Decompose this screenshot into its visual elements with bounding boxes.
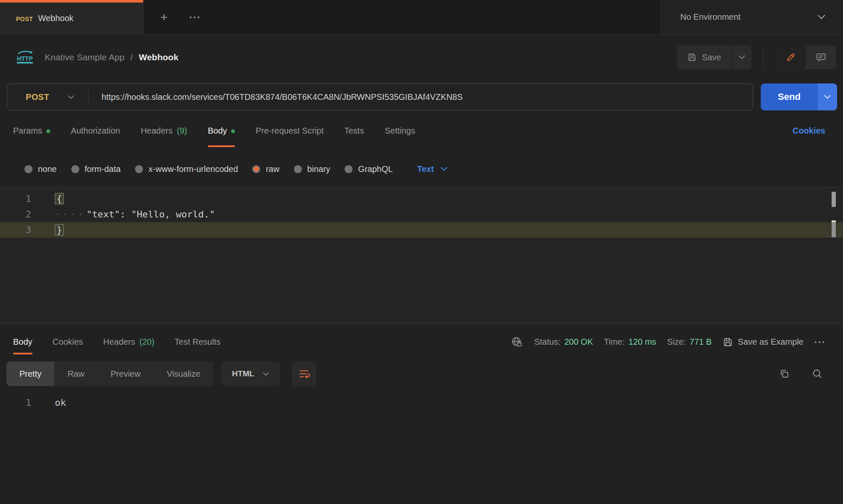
radio-icon — [294, 165, 302, 173]
matched-brace: } — [55, 224, 64, 236]
network-globe-lock-icon[interactable] — [511, 336, 523, 349]
send-button[interactable]: Send — [761, 83, 818, 110]
search-response-button[interactable] — [812, 368, 823, 379]
tab-headers[interactable]: Headers (9) — [141, 110, 187, 151]
view-preview[interactable]: Preview — [97, 362, 154, 386]
save-split-button: Save — [677, 46, 751, 69]
size-value: 771 B — [689, 337, 711, 347]
editor-line[interactable]: 1 { — [0, 191, 843, 206]
svg-text:HTTP: HTTP — [17, 55, 33, 62]
scrollbar-cursor-marker[interactable] — [832, 220, 836, 237]
comments-button[interactable] — [806, 46, 836, 69]
time-label: Time: — [604, 337, 625, 347]
tab-params[interactable]: Params — [13, 110, 50, 151]
response-body-line[interactable]: 1 ok — [0, 395, 843, 410]
pencil-icon — [785, 52, 796, 63]
new-tab-plus-icon[interactable]: + — [160, 11, 168, 24]
body-type-none[interactable]: none — [24, 164, 57, 174]
editor-line[interactable]: 2 ····"text": "Hello, world." — [0, 206, 843, 222]
view-raw[interactable]: Raw — [54, 362, 97, 386]
method-selector[interactable]: POST — [7, 84, 89, 110]
url-bar: POST https://hooks.slack.com/services/T0… — [7, 83, 753, 110]
tab-label: Settings — [385, 126, 415, 136]
body-type-binary[interactable]: binary — [294, 164, 330, 174]
save-button[interactable]: Save — [677, 46, 731, 69]
view-pretty[interactable]: Pretty — [6, 362, 54, 386]
request-tabs: Params Authorization Headers (9) Body Pr… — [0, 110, 843, 151]
language-label: Text — [417, 164, 434, 174]
response-tab-body[interactable]: Body — [13, 324, 32, 360]
request-body-editor[interactable]: 1 { 2 ····"text": "Hello, world." 3 } — [0, 187, 843, 323]
tab-tests[interactable]: Tests — [344, 110, 364, 151]
url-input[interactable]: https://hooks.slack.com/services/T06TD83… — [89, 92, 463, 102]
tab-body[interactable]: Body — [208, 110, 235, 151]
copy-icon — [779, 368, 790, 379]
scrollbar-marker[interactable] — [832, 192, 836, 207]
wrap-lines-button[interactable] — [292, 362, 316, 386]
request-header: HTTP Knative Sample App / Webhook Save — [0, 35, 843, 80]
response-toolbar: Pretty Raw Preview Visualize HTML — [0, 360, 843, 387]
body-indicator-dot — [231, 129, 235, 133]
view-visualize[interactable]: Visualize — [154, 362, 213, 386]
time-value: 120 ms — [628, 337, 656, 347]
tab-more-options-icon[interactable]: ••• — [190, 13, 202, 21]
tab-settings[interactable]: Settings — [385, 110, 415, 151]
environment-selector[interactable]: No Environment — [660, 0, 843, 34]
postman-window: POST Webhook + ••• No Environment HTTP K… — [0, 0, 843, 504]
response-format-selector[interactable]: HTML — [221, 362, 280, 386]
method-label: POST — [26, 92, 49, 102]
chevron-down-icon — [441, 167, 447, 171]
save-as-example-button[interactable]: Save as Example — [723, 337, 804, 347]
tab-label: Cookies — [53, 337, 83, 347]
line-number: 2 — [0, 209, 31, 220]
tab-strip-actions: + ••• — [143, 0, 660, 34]
body-type-form-data[interactable]: form-data — [71, 164, 121, 174]
size-label: Size: — [667, 337, 686, 347]
response-actions — [779, 368, 823, 379]
code-text: "text": "Hello, world." — [86, 209, 215, 220]
send-options-button[interactable] — [818, 83, 837, 110]
url-bar-row: POST https://hooks.slack.com/services/T0… — [7, 83, 837, 110]
body-type-x-www-form-urlencoded[interactable]: x-www-form-urlencoded — [135, 164, 238, 174]
breadcrumb-collection[interactable]: Knative Sample App — [45, 52, 124, 62]
response-more-options-icon[interactable]: ••• — [814, 338, 826, 346]
save-floppy-icon — [723, 337, 733, 347]
body-type-graphql[interactable]: GraphQL — [345, 164, 393, 174]
radio-label: GraphQL — [358, 164, 393, 174]
chevron-down-icon — [824, 95, 831, 99]
params-indicator-dot — [46, 129, 50, 133]
tab-label: Body — [13, 337, 32, 347]
response-tab-cookies[interactable]: Cookies — [53, 324, 83, 360]
breadcrumb-separator: / — [130, 52, 133, 62]
edit-mode-button[interactable] — [776, 46, 806, 69]
request-tab-webhook[interactable]: POST Webhook — [0, 0, 143, 34]
save-options-button[interactable] — [731, 46, 751, 69]
response-tab-headers[interactable]: Headers (20) — [103, 324, 154, 360]
tab-authorization[interactable]: Authorization — [71, 110, 120, 151]
response-headers-count: (20) — [139, 337, 154, 347]
editor-mode-toggle — [776, 46, 836, 69]
comment-icon — [816, 52, 827, 63]
tab-title: Webhook — [38, 13, 73, 23]
cookies-link[interactable]: Cookies — [792, 126, 825, 136]
tab-pre-request-script[interactable]: Pre-request Script — [256, 110, 323, 151]
radio-icon — [345, 165, 353, 173]
tab-label: Params — [13, 126, 42, 136]
radio-label: raw — [266, 164, 279, 174]
breadcrumb-request-name[interactable]: Webhook — [139, 52, 178, 62]
response-meta: Status: 200 OK Time: 120 ms Size: 771 B — [511, 324, 826, 360]
copy-response-button[interactable] — [779, 368, 790, 379]
radio-icon — [135, 165, 143, 173]
tab-label: Headers — [141, 126, 173, 136]
raw-language-selector[interactable]: Text — [417, 164, 447, 174]
save-floppy-icon — [687, 53, 697, 62]
radio-icon — [24, 165, 32, 173]
wrap-text-icon — [298, 368, 310, 380]
chevron-down-icon — [738, 55, 745, 59]
editor-line-current[interactable]: 3 } — [0, 222, 843, 238]
tab-label: Pre-request Script — [256, 126, 323, 136]
body-type-raw[interactable]: raw — [252, 164, 279, 174]
response-body-text: ok — [31, 397, 66, 408]
tab-method-badge: POST — [16, 15, 33, 22]
response-tab-test-results[interactable]: Test Results — [175, 324, 221, 360]
